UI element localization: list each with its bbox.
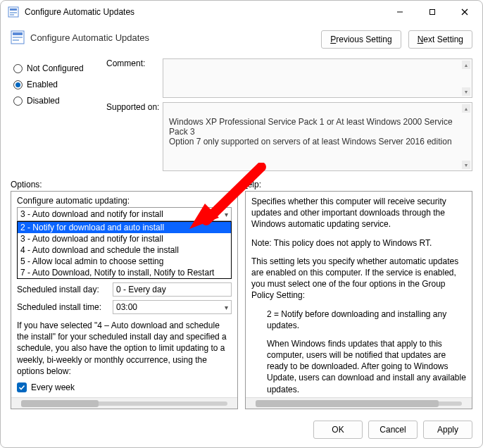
dropdown-item[interactable]: 3 - Auto download and notify for install [18,233,231,244]
app-icon [8,6,19,18]
scheduled-day-label: Scheduled install day: [17,285,108,294]
dropdown-item[interactable]: 2 - Notify for download and auto install [18,222,231,233]
svg-rect-11 [13,39,19,41]
help-text: Note: This policy does not apply to Wind… [251,237,466,249]
radio-icon [13,64,23,73]
chevron-down-icon: ▾ [225,211,228,218]
scroll-down-icon[interactable]: ▾ [462,161,470,169]
radio-disabled[interactable]: Disabled [13,96,96,106]
radio-label: Disabled [27,96,60,106]
radio-icon [13,97,23,106]
scroll-up-icon[interactable]: ▴ [462,104,470,113]
supported-on-field: Windows XP Professional Service Pack 1 o… [163,102,472,171]
radio-enabled[interactable]: Enabled [13,80,96,89]
dropdown-item[interactable]: 4 - Auto download and schedule the insta… [18,244,231,256]
svg-rect-5 [430,10,435,15]
scheduled-day-combo[interactable]: 0 - Every day [113,282,232,297]
dropdown-item[interactable]: 5 - Allow local admin to choose setting [18,256,231,267]
apply-button[interactable]: Apply [423,421,472,439]
minimize-button[interactable] [384,1,416,23]
chevron-down-icon: ▾ [225,304,228,311]
svg-rect-10 [13,37,23,38]
scroll-down-icon[interactable]: ▾ [462,87,470,96]
policy-icon [11,30,25,44]
checkbox-label: Every week [31,382,75,392]
radio-label: Enabled [27,80,58,89]
next-setting-button[interactable]: Next Setting [408,30,472,49]
previous-setting-button[interactable]: Previous Setting [321,30,401,49]
maximize-button[interactable] [416,1,448,23]
help-text: This setting lets you specify whether au… [251,256,466,301]
help-section-label: Help: [242,180,472,189]
options-section-label: Options: [11,180,242,189]
horizontal-scrollbar[interactable] [246,397,472,409]
comment-field[interactable]: ▴ ▾ [163,58,472,98]
radio-not-configured[interactable]: Not Configured [13,63,96,73]
radio-label: Not Configured [27,63,84,73]
comment-label: Comment: [106,58,163,68]
radio-icon [13,80,23,89]
options-panel: Configure automatic updating: 3 - Auto d… [11,191,238,409]
configure-updating-dropdown[interactable]: 2 - Notify for download and auto install… [17,221,232,279]
help-panel: Specifies whether this computer will rec… [245,191,472,409]
svg-rect-1 [10,8,17,11]
help-text: When Windows finds updates that apply to… [251,338,466,395]
page-title: Configure Automatic Updates [30,32,149,43]
scheduled-time-combo[interactable]: 03:00 ▾ [113,300,232,314]
every-week-checkbox[interactable]: Every week [17,382,232,392]
horizontal-scrollbar[interactable] [11,397,237,409]
options-description: If you have selected "4 – Auto download … [17,320,232,377]
ok-button[interactable]: OK [313,421,363,439]
window-title: Configure Automatic Updates [25,7,384,17]
checkbox-checked-icon [17,382,27,392]
close-button[interactable] [448,1,481,23]
svg-rect-9 [13,32,23,35]
configure-updating-label: Configure automatic updating: [17,196,232,206]
help-text: Specifies whether this computer will rec… [251,196,466,230]
dropdown-item[interactable]: 7 - Auto Download, Notify to install, No… [18,267,231,278]
scroll-up-icon[interactable]: ▴ [462,61,470,69]
scheduled-time-label: Scheduled install time: [17,302,108,312]
help-text: 2 = Notify before downloading and instal… [251,309,466,331]
cancel-button[interactable]: Cancel [368,421,418,439]
svg-rect-3 [10,14,14,15]
svg-rect-2 [10,12,17,13]
configure-updating-combo[interactable]: 3 - Auto download and notify for install… [17,207,232,221]
supported-label: Supported on: [106,102,163,112]
